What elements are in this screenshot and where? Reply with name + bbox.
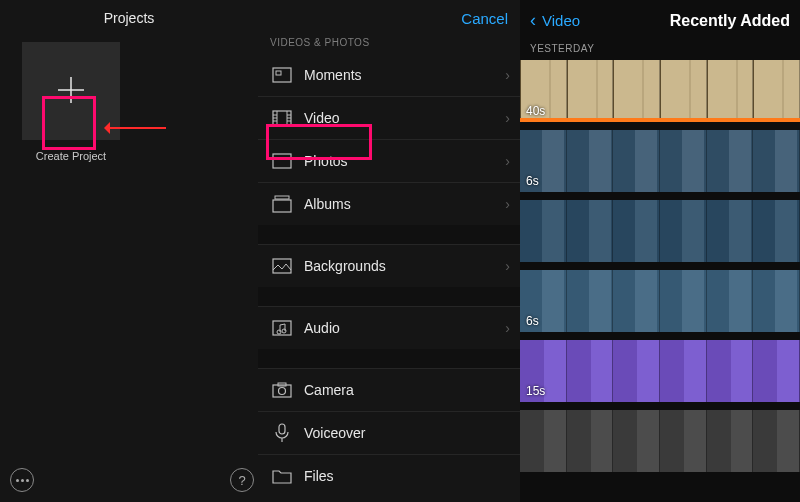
row-voiceover[interactable]: Voiceover (258, 412, 520, 455)
cancel-button[interactable]: Cancel (461, 10, 508, 27)
section-label-yesterday: YESTERDAY (520, 39, 800, 60)
chevron-right-icon: › (505, 110, 510, 126)
svg-rect-20 (273, 385, 291, 397)
projects-title: Projects (0, 0, 258, 38)
clip-thumbnail[interactable]: 6s (520, 270, 800, 332)
clip-thumbnail[interactable]: 40s (520, 60, 800, 122)
annotation-highlight-create (42, 96, 96, 150)
row-label: Audio (304, 320, 493, 336)
chevron-right-icon: › (505, 320, 510, 336)
chevron-right-icon: › (505, 153, 510, 169)
moments-icon (272, 66, 292, 84)
chevron-right-icon: › (505, 67, 510, 83)
more-menu-button[interactable] (10, 468, 34, 492)
svg-point-21 (279, 388, 286, 395)
annotation-arrow-1 (108, 127, 166, 129)
folder-icon (272, 467, 292, 485)
microphone-icon (272, 424, 292, 442)
chevron-right-icon: › (505, 258, 510, 274)
clip-thumbnail[interactable] (520, 410, 800, 472)
row-label: Backgrounds (304, 258, 493, 274)
backgrounds-icon (272, 257, 292, 275)
clip-duration: 6s (526, 174, 539, 188)
annotation-highlight-video (266, 124, 372, 160)
question-icon: ? (238, 473, 245, 488)
chevron-right-icon: › (505, 196, 510, 212)
clip-thumbnail[interactable]: 6s (520, 130, 800, 192)
svg-rect-17 (273, 321, 291, 335)
back-button[interactable]: Video (542, 12, 580, 29)
audio-icon (272, 319, 292, 337)
back-chevron-icon[interactable]: ‹ (530, 10, 536, 31)
row-files[interactable]: Files (258, 455, 520, 497)
row-audio[interactable]: Audio › (258, 307, 520, 349)
row-label: Moments (304, 67, 493, 83)
row-camera[interactable]: Camera (258, 369, 520, 412)
row-moments[interactable]: Moments › (258, 54, 520, 97)
row-albums[interactable]: Albums › (258, 183, 520, 225)
svg-rect-3 (276, 71, 281, 75)
clip-duration: 6s (526, 314, 539, 328)
clip-thumbnail[interactable]: 15s (520, 340, 800, 402)
clip-thumbnail[interactable] (520, 200, 800, 262)
help-button[interactable]: ? (230, 468, 254, 492)
clip-duration: 15s (526, 384, 545, 398)
albums-icon (272, 195, 292, 213)
create-project-label: Create Project (22, 150, 120, 162)
row-label: Camera (304, 382, 510, 398)
page-title: Recently Added (670, 12, 790, 30)
row-backgrounds[interactable]: Backgrounds › (258, 245, 520, 287)
ellipsis-icon (16, 479, 29, 482)
svg-rect-23 (279, 424, 285, 434)
row-label: Albums (304, 196, 493, 212)
svg-rect-15 (273, 200, 291, 212)
clip-duration: 40s (526, 104, 545, 118)
row-label: Files (304, 468, 510, 484)
section-label-videos-photos: VIDEOS & PHOTOS (258, 29, 520, 54)
row-label: Voiceover (304, 425, 510, 441)
svg-rect-14 (275, 196, 289, 199)
camera-icon (272, 381, 292, 399)
